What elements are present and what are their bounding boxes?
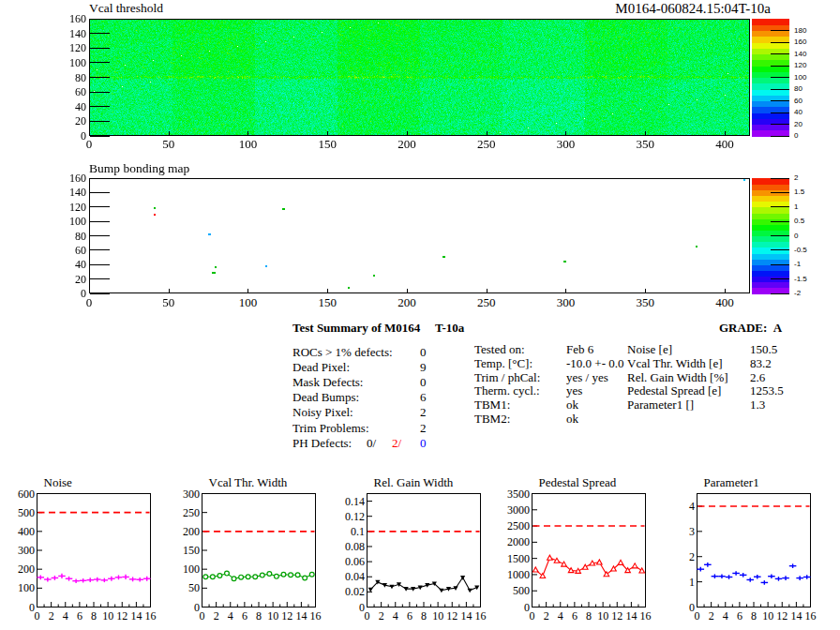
colorbar-band (752, 236, 789, 243)
data-point-marker (267, 572, 272, 577)
summary-row-label: Temp. [°C]: (474, 357, 532, 369)
summary-row-label: Parameter1 [] (627, 398, 694, 411)
colorbar-tick-label: 180 (794, 27, 806, 35)
x-axis-tick-label: 16 (640, 609, 652, 622)
data-point-marker (632, 563, 638, 568)
data-point-marker (225, 571, 230, 576)
ph-defects-value-1: 0/ (367, 437, 376, 449)
plot-frame (368, 494, 481, 608)
colorbar-tick (771, 100, 789, 101)
y-axis-tick-label: 120 (56, 42, 86, 53)
x-axis-tick-label: 16 (310, 609, 322, 622)
x-axis-tick-label: 6 (572, 609, 578, 622)
y-axis-tick-label: 40 (56, 259, 86, 270)
data-point-marker (289, 573, 293, 578)
trend-plot-rel-gain-width: Rel. Gain Width00.020.040.060.080.10.120… (332, 472, 493, 630)
y-axis-tick-label: 2 (689, 550, 695, 563)
x-axis-tick-label: 2 (709, 609, 714, 622)
colorbar-tick-label: 1.5 (794, 188, 804, 196)
colorbar-band (752, 195, 789, 202)
bump-defect-dot (215, 266, 217, 268)
data-point-marker (368, 588, 373, 592)
x-axis-tick-label: 10 (432, 609, 443, 622)
colorbar-tick (771, 89, 789, 90)
colorbar-tick (771, 124, 789, 125)
y-axis-tick (90, 48, 110, 49)
y-axis-tick (90, 192, 110, 193)
colorbar-band (752, 242, 789, 248)
y-axis-tick-label: 0.12 (345, 510, 365, 523)
x-axis-tick-label: 400 (711, 296, 739, 308)
x-axis-tick-label: 14 (130, 609, 142, 622)
x-axis-tick-label: 12 (281, 609, 292, 622)
bump-defect-dot (208, 233, 211, 235)
summary-row-value: 0 (420, 346, 427, 358)
bump-defect-dot (373, 275, 375, 277)
plot-frame (38, 494, 151, 608)
colorbar-tick-label: 0.5 (794, 218, 804, 225)
colorbar-band (752, 207, 789, 214)
plot-title: Parameter1 (704, 475, 759, 489)
colorbar-tick-label: 20 (794, 121, 802, 128)
y-axis-tick (90, 92, 110, 93)
x-axis-tick (327, 131, 328, 135)
summary-row-value: -10.0 +- 0.0 (566, 357, 624, 369)
x-axis-tick-label: 350 (631, 138, 659, 150)
y-axis-tick-label: 160 (56, 172, 86, 184)
x-axis-tick (89, 289, 90, 292)
summary-row-label: TBM2: (474, 412, 510, 425)
colorbar-band (752, 54, 789, 61)
y-axis-tick (90, 221, 110, 222)
x-axis-tick-label: 4 (393, 609, 398, 622)
colorbar-band (752, 125, 789, 131)
y-axis-tick-label: 60 (56, 245, 86, 256)
summary-row-label: Dead Pixel: (292, 361, 350, 373)
x-axis-tick-label: 2 (214, 609, 219, 622)
y-axis-tick-label: 3500 (507, 488, 530, 501)
colorbar-tick-label: -0.5 (794, 247, 807, 254)
x-axis-tick-label: 100 (233, 138, 262, 150)
summary-row-value: ok (566, 398, 578, 411)
colorbar-tick (771, 249, 789, 250)
y-axis-tick-label: 120 (56, 202, 86, 213)
y-axis-tick-label: 50 (188, 581, 200, 594)
y-axis-tick-label: 40 (56, 101, 86, 112)
summary-row-value: 6 (420, 391, 427, 403)
plot-title: Pedestal Spread (539, 475, 617, 489)
summary-row-value: 1253.5 (750, 384, 784, 397)
x-axis-tick-label: 2 (49, 609, 54, 622)
trend-plot-parameter1: Parameter1012340246810121416 (662, 472, 823, 630)
colorbar-band (752, 66, 789, 72)
data-point-marker (468, 589, 472, 593)
x-axis-tick-label: 0 (530, 609, 535, 622)
colorbar-band (752, 270, 789, 277)
colorbar-tick-label: 0 (794, 132, 798, 140)
x-axis-tick-label: 100 (233, 296, 262, 308)
colorbar-band (752, 78, 789, 84)
data-point-marker (309, 572, 314, 577)
data-point-marker (532, 567, 538, 572)
y-axis-tick-label: 0.02 (345, 585, 365, 598)
y-axis-tick-label: 0.04 (345, 570, 365, 583)
bump-defect-dot (282, 208, 285, 210)
vcal-threshold-map (89, 19, 750, 136)
summary-row-value: 2 (420, 422, 427, 434)
colorbar-band (752, 19, 789, 25)
x-axis-tick (565, 289, 566, 292)
colorbar-tick-label: -2 (794, 290, 801, 297)
x-axis-tick (407, 289, 408, 292)
ph-defects-value-3: 0 (420, 437, 427, 449)
summary-row-label: ROCs > 1% defects: (292, 346, 393, 358)
data-point-marker (562, 562, 567, 566)
x-axis-tick-label: 16 (145, 609, 157, 622)
colorbar-tick (771, 206, 789, 207)
colorbar-tick (771, 66, 789, 67)
plot-title: Vcal Thr. Width (209, 475, 288, 489)
data-point-marker (295, 573, 300, 578)
colorbar-tick (771, 112, 789, 113)
bump-defect-dot (265, 265, 267, 267)
data-point-marker (389, 585, 394, 590)
x-axis-tick-label: 250 (472, 296, 501, 308)
vcal-map-title: Vcal threshold (89, 1, 163, 16)
colorbar-tick-label: -1.5 (794, 276, 807, 283)
